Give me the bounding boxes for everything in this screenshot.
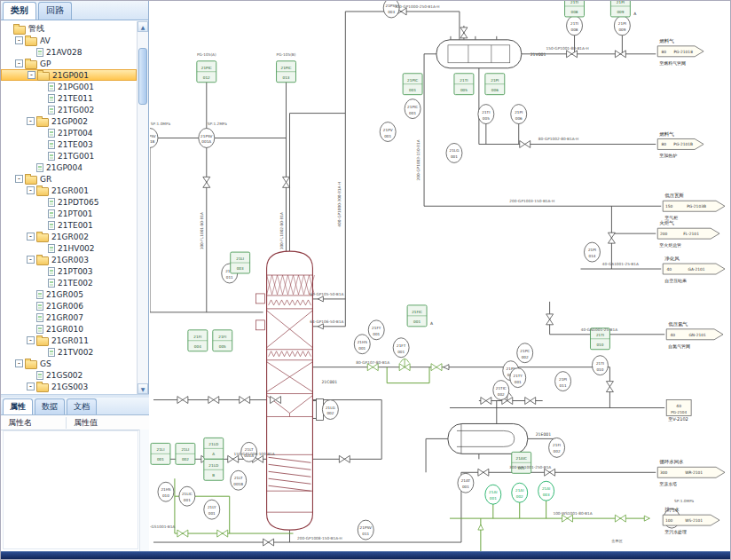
folder-icon: [36, 233, 49, 242]
valve-icon[interactable]: [615, 515, 625, 522]
tree-item-21PT001[interactable]: 21PT001: [1, 208, 137, 219]
tree-item-21GR002[interactable]: -21GR002: [1, 231, 137, 242]
valve-icon[interactable]: [520, 140, 531, 147]
property-table-body[interactable]: [3, 430, 138, 549]
valve-icon[interactable]: [478, 469, 489, 476]
tree-item-21TE011[interactable]: 21TE011: [1, 92, 137, 104]
expander-icon[interactable]: -: [15, 36, 23, 44]
tree-item-21TG001[interactable]: 21TG001: [1, 150, 137, 162]
instrument-number: 001A: [201, 139, 211, 144]
tree-item-21GR006[interactable]: 21GR006: [1, 300, 137, 312]
valve-icon[interactable]: [567, 51, 578, 58]
exchanger-vessel[interactable]: [448, 423, 528, 454]
document-icon: [36, 302, 43, 311]
expander-icon[interactable]: -: [27, 383, 35, 390]
valve-icon[interactable]: [525, 398, 536, 405]
properties-scrollbar[interactable]: [139, 430, 149, 551]
expander-icon[interactable]: -: [28, 71, 35, 79]
tree-item-21GR003[interactable]: -21GR003: [1, 254, 137, 265]
valve-icon[interactable]: [339, 455, 350, 462]
tree-scrollbar[interactable]: ▲ ▼: [137, 21, 148, 394]
valve-icon[interactable]: [367, 364, 378, 371]
tree-item-21AV028[interactable]: 21AV028: [1, 46, 137, 58]
tree-item-21GR007[interactable]: 21GR007: [1, 312, 137, 323]
properties-tab-0[interactable]: 属性: [3, 398, 33, 414]
tree-item-21HV002[interactable]: 21HV002: [1, 242, 137, 254]
stream-flag-code: WR-2101: [685, 470, 703, 475]
expander-icon[interactable]: -: [15, 59, 23, 67]
valve-icon[interactable]: [177, 530, 188, 537]
valve-icon[interactable]: [228, 455, 239, 462]
valve-icon[interactable]: [481, 398, 491, 405]
tree-item-21GS003[interactable]: -21GS003: [1, 381, 137, 392]
valve-icon[interactable]: [263, 539, 274, 546]
control-valve-icon[interactable]: [399, 359, 410, 370]
tree-item-label: 21TE001: [58, 221, 93, 230]
valve-icon[interactable]: [240, 397, 250, 404]
tree-item-21TV002[interactable]: 21TV002: [1, 346, 137, 358]
sidebar-tab-0[interactable]: 类别: [3, 2, 36, 20]
valve-icon[interactable]: [208, 397, 219, 404]
expander-icon[interactable]: -: [27, 256, 35, 264]
tree-item-21GP004[interactable]: 21GP004: [1, 162, 137, 173]
expander-icon[interactable]: -: [27, 186, 35, 194]
expander-icon[interactable]: -: [15, 175, 23, 183]
expander-icon[interactable]: -: [15, 359, 23, 367]
tree-item-GS[interactable]: -GS: [1, 358, 137, 369]
valve-icon[interactable]: [460, 28, 468, 38]
valve-icon[interactable]: [615, 51, 625, 58]
pid-canvas[interactable]: 21C00121V00121E00121PSV00321TI00821PI009…: [150, 1, 730, 551]
tree-item-21GS002[interactable]: 21GS002: [1, 369, 137, 381]
tree-item-GR[interactable]: -GR: [1, 173, 137, 185]
expander-icon[interactable]: -: [27, 336, 35, 344]
tree-item-21TE002[interactable]: 21TE002: [1, 277, 137, 288]
properties-tab-1[interactable]: 数据: [35, 398, 65, 414]
valve-icon[interactable]: [546, 314, 554, 325]
tree-item-21GP001[interactable]: -21GP001: [1, 69, 137, 81]
valve-icon[interactable]: [217, 530, 228, 537]
tree-item-21TE001[interactable]: 21TE001: [1, 219, 137, 231]
expander-icon[interactable]: -: [27, 117, 35, 125]
valve-icon[interactable]: [283, 177, 290, 187]
scroll-down-icon[interactable]: ▼: [138, 383, 148, 394]
valve-icon[interactable]: [203, 177, 210, 187]
tree-item-21GR010[interactable]: 21GR010: [1, 323, 137, 335]
instrument-tag: 21LY: [208, 505, 216, 509]
folder-icon: [25, 176, 37, 185]
sidebar-tab-1[interactable]: 回路: [38, 2, 72, 20]
scroll-up-icon[interactable]: ▲: [138, 21, 148, 32]
valve-icon[interactable]: [177, 397, 188, 404]
tree-item-21PT004[interactable]: 21PT004: [1, 127, 137, 138]
valve-icon[interactable]: [545, 469, 555, 476]
tree-item-AV[interactable]: -AV: [1, 35, 137, 46]
tree-item-21GR001[interactable]: -21GR001: [1, 185, 137, 196]
valve-icon[interactable]: [606, 382, 613, 392]
tree-item-label: 21AV028: [46, 48, 82, 57]
tree-item-21TG002[interactable]: 21TG002: [1, 104, 137, 115]
instrument-number: 002: [498, 392, 505, 397]
tree-item-21PDT065[interactable]: 21PDT065: [1, 196, 137, 208]
tree-item-21GR005[interactable]: 21GR005: [1, 288, 137, 300]
tree-item-label: 21PT003: [58, 267, 93, 276]
value-box-value: 010: [596, 343, 603, 347]
asset-tree[interactable]: 管线-AV21AV028-GP-21GP00121PG00121TE01121T…: [1, 21, 148, 394]
tree-item-21PT003[interactable]: 21PT003: [1, 265, 137, 277]
tree-item-21GR011[interactable]: -21GR011: [1, 335, 137, 346]
tree-item-21TE003[interactable]: 21TE003: [1, 138, 137, 150]
value-box-tag: 21PI: [617, 1, 625, 4]
valve-icon[interactable]: [562, 515, 573, 522]
value-box-tag: 21FI: [218, 335, 226, 339]
tree-item-管线[interactable]: 管线: [1, 23, 137, 35]
tree-item-21PG001[interactable]: 21PG001: [1, 81, 137, 92]
drum-vessel[interactable]: [436, 40, 522, 68]
tree-item-GP[interactable]: -GP: [1, 58, 137, 69]
tree-item-21GP002[interactable]: -21GP002: [1, 115, 137, 127]
drum-label: 21V001: [531, 52, 546, 57]
expander-icon[interactable]: -: [27, 233, 35, 241]
valve-icon[interactable]: [431, 364, 442, 371]
valve-icon[interactable]: [608, 233, 615, 243]
properties-tab-2[interactable]: 文档: [67, 398, 97, 414]
stream-flag-dest: 至V-2102: [668, 416, 688, 422]
tree-item-label: AV: [40, 36, 51, 45]
scroll-thumb[interactable]: [138, 48, 147, 105]
